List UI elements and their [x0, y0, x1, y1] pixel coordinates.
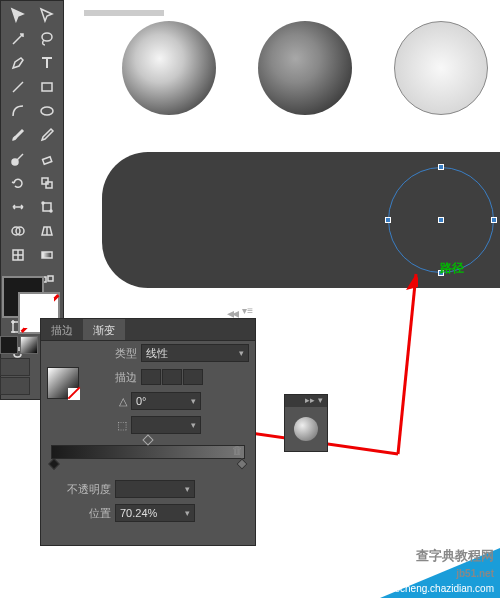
panel-collapse-icon[interactable]: ◂◂	[227, 305, 237, 321]
gradient-preview-swatch[interactable]	[47, 367, 79, 399]
gradient-ramp[interactable]: 🗑	[51, 445, 245, 459]
angle-icon: △	[87, 395, 127, 408]
svg-point-9	[50, 210, 52, 212]
stroke-align-buttons	[141, 369, 203, 385]
sphere-3-selected[interactable]	[394, 21, 488, 115]
position-input[interactable]: 70.24%	[115, 504, 195, 522]
gradient-stop-2[interactable]	[236, 458, 247, 469]
draw-behind[interactable]	[0, 377, 30, 395]
tool-shape-builder[interactable]	[3, 219, 32, 243]
angle-input[interactable]: 0°	[131, 392, 201, 410]
tool-ellipse[interactable]	[32, 99, 61, 123]
tool-perspective[interactable]	[32, 219, 61, 243]
mini-sphere-preview	[294, 417, 318, 441]
tool-magic-wand[interactable]	[3, 27, 32, 51]
tool-pencil[interactable]	[32, 123, 61, 147]
mini-preview-panel: ▸▸ ▾	[284, 394, 328, 452]
svg-rect-6	[46, 182, 52, 188]
sphere-2[interactable]	[258, 21, 352, 115]
position-label: 位置	[47, 506, 111, 521]
stroke-align-2[interactable]	[162, 369, 182, 385]
svg-point-2	[41, 107, 53, 115]
tool-blob[interactable]	[3, 147, 32, 171]
opacity-label: 不透明度	[47, 482, 111, 497]
svg-rect-5	[42, 178, 48, 184]
panel-menu-icon[interactable]: ▾≡	[242, 305, 253, 316]
opacity-input[interactable]	[115, 480, 195, 498]
tool-eraser[interactable]	[32, 147, 61, 171]
type-select[interactable]: 线性	[141, 344, 249, 362]
aspect-input[interactable]	[131, 416, 201, 434]
gradient-stop-1[interactable]	[48, 458, 59, 469]
svg-rect-1	[42, 83, 52, 91]
tool-lasso[interactable]	[32, 27, 61, 51]
tab-gradient[interactable]: 渐变	[83, 319, 125, 340]
stroke-align-1[interactable]	[141, 369, 161, 385]
artboard-edge	[84, 10, 164, 16]
type-label: 类型	[87, 346, 137, 361]
tool-scale[interactable]	[32, 171, 61, 195]
draw-normal[interactable]	[0, 358, 30, 376]
sphere-1[interactable]	[122, 21, 216, 115]
svg-rect-4	[42, 157, 51, 164]
stroke-label: 描边	[87, 370, 137, 385]
color-mode-solid[interactable]	[0, 336, 18, 354]
tool-brush[interactable]	[3, 123, 32, 147]
svg-point-8	[42, 202, 44, 204]
tool-pen[interactable]	[3, 51, 32, 75]
gradient-panel: ◂◂ ▾≡ 描边 渐变 类型 线性 描边 △ 0° ⬚ 🗑 不透明度	[40, 318, 256, 546]
panel-tabs: 描边 渐变	[41, 319, 255, 341]
color-mode-gradient[interactable]	[20, 336, 38, 354]
tool-rotate[interactable]	[3, 171, 32, 195]
draw-modes	[0, 358, 30, 395]
tool-width[interactable]	[3, 195, 32, 219]
mini-panel-menu[interactable]: ▸▸ ▾	[285, 395, 327, 407]
tool-direct-selection[interactable]	[32, 3, 61, 27]
tool-arc[interactable]	[3, 99, 32, 123]
aspect-icon: ⬚	[87, 419, 127, 432]
stroke-align-3[interactable]	[183, 369, 203, 385]
tool-mesh[interactable]	[3, 243, 32, 267]
delete-stop-icon[interactable]: 🗑	[232, 444, 246, 458]
tool-line[interactable]	[3, 75, 32, 99]
tool-type[interactable]	[32, 51, 61, 75]
svg-rect-13	[42, 252, 52, 258]
tool-rectangle[interactable]	[32, 75, 61, 99]
tool-selection[interactable]	[3, 3, 32, 27]
tool-gradient[interactable]	[32, 243, 61, 267]
tool-free-transform[interactable]	[32, 195, 61, 219]
watermark: 查字典教程网jb51.net jiaocheng.chazidian.com	[320, 548, 500, 598]
tab-stroke[interactable]: 描边	[41, 319, 83, 340]
gradient-midpoint[interactable]	[142, 434, 153, 445]
path-label: 路径	[440, 260, 464, 277]
